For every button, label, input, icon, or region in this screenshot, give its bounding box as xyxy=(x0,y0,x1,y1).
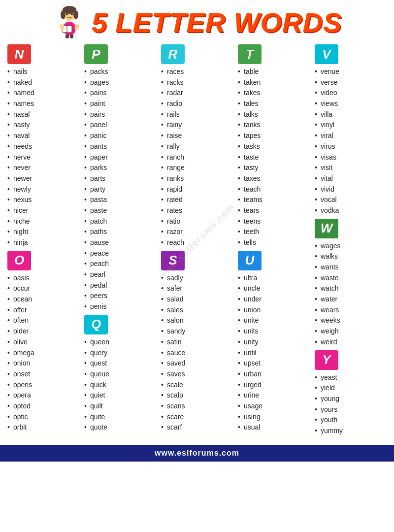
word-item: peace xyxy=(84,248,156,259)
word-item: ranks xyxy=(161,173,233,184)
word-item: quite xyxy=(84,412,156,423)
word-item: night xyxy=(7,227,79,237)
letter-badge-p: P xyxy=(84,44,108,64)
word-list-r: racesracksradarradiorailsrainyraiserally… xyxy=(161,66,233,248)
word-item: teeth xyxy=(238,227,310,237)
word-item: radio xyxy=(161,99,233,109)
word-item: yeast xyxy=(315,372,387,383)
word-item: nails xyxy=(7,66,79,77)
section-t: Ttabletakentakestalestalkstankstapestask… xyxy=(238,44,310,248)
word-item: names xyxy=(7,99,79,109)
word-item: panel xyxy=(84,120,156,131)
word-item: taxes xyxy=(238,173,310,184)
word-list-v: venueversevideoviewsvillavinylviralvirus… xyxy=(315,66,387,216)
word-item: scare xyxy=(161,412,233,423)
word-item: penis xyxy=(84,301,156,312)
word-item: scans xyxy=(161,401,233,412)
word-item: vocal xyxy=(315,195,387,205)
word-item: until xyxy=(238,348,310,359)
word-item: scarf xyxy=(161,422,233,433)
word-item: nicer xyxy=(7,205,79,216)
word-item: sales xyxy=(161,305,233,316)
word-item: using xyxy=(238,412,310,423)
word-item: yours xyxy=(315,404,387,415)
word-item: table xyxy=(238,66,310,77)
section-u: Uultrauncleunderunionuniteunitsunityunti… xyxy=(238,251,310,433)
word-item: quote xyxy=(84,422,156,433)
word-item: often xyxy=(7,315,79,326)
section-o: Ooasisoccuroceanofferoftenolderoliveomeg… xyxy=(7,251,79,433)
word-item: naked xyxy=(7,77,79,88)
word-item: taken xyxy=(238,77,310,88)
word-item: orbit xyxy=(7,422,79,433)
svg-point-6 xyxy=(71,13,73,15)
footer: www.eslforums.com xyxy=(0,445,394,462)
word-item: needs xyxy=(7,141,79,152)
word-item: walks xyxy=(315,251,387,262)
section-v: Vvenueversevideoviewsvillavinylviralviru… xyxy=(315,44,387,216)
word-item: virus xyxy=(315,141,387,152)
word-item: omega xyxy=(7,348,79,359)
word-item: pants xyxy=(84,141,156,152)
section-q: Qqueenqueryquestqueuequickquietquiltquit… xyxy=(84,315,156,433)
word-item: tasty xyxy=(238,163,310,173)
word-item: views xyxy=(315,99,387,109)
word-item: razor xyxy=(161,227,233,237)
word-item: packs xyxy=(84,66,156,77)
word-item: wants xyxy=(315,262,387,273)
word-list-o: oasisoccuroceanofferoftenolderoliveomega… xyxy=(7,273,79,433)
word-item: opera xyxy=(7,390,79,401)
word-item: satin xyxy=(161,337,233,348)
word-item: quest xyxy=(84,358,156,369)
word-item: pearl xyxy=(84,269,156,280)
word-item: races xyxy=(161,66,233,77)
word-item: paint xyxy=(84,99,156,109)
word-item: young xyxy=(315,394,387,404)
word-item: nasal xyxy=(7,109,79,120)
word-item: urban xyxy=(238,369,310,380)
word-item: tasks xyxy=(238,141,310,152)
word-item: reach xyxy=(161,237,233,248)
word-list-y: yeastyieldyoungyoursyouthyummy xyxy=(315,372,387,436)
letter-badge-o: O xyxy=(7,251,31,270)
word-item: occur xyxy=(7,283,79,294)
word-item: waste xyxy=(315,273,387,284)
word-item: sauce xyxy=(161,348,233,359)
word-columns: Nnailsnakednamednamesnasalnastynavalneed… xyxy=(0,42,394,441)
word-item: nexus xyxy=(7,195,79,205)
word-item: verse xyxy=(315,77,387,88)
word-item: villa xyxy=(315,109,387,120)
word-item: saves xyxy=(161,369,233,380)
word-item: ranch xyxy=(161,152,233,163)
word-item: venue xyxy=(315,66,387,77)
letter-badge-y: Y xyxy=(315,350,338,370)
word-item: naval xyxy=(7,131,79,141)
word-item: quilt xyxy=(84,401,156,412)
word-item: peach xyxy=(84,259,156,269)
word-item: scalp xyxy=(161,390,233,401)
word-item: upset xyxy=(238,358,310,369)
word-list-w: wageswalkswantswastewatchwaterwearsweeks… xyxy=(315,241,387,348)
word-item: party xyxy=(84,184,156,195)
word-item: patch xyxy=(84,216,156,227)
word-item: visas xyxy=(315,152,387,163)
section-w: Wwageswalkswantswastewatchwaterwearsweek… xyxy=(315,219,387,348)
word-item: vital xyxy=(315,173,387,184)
word-item: youth xyxy=(315,415,387,426)
word-item: parts xyxy=(84,173,156,184)
word-item: teens xyxy=(238,216,310,227)
letter-badge-u: U xyxy=(238,251,262,270)
section-r: Rracesracksradarradiorailsrainyraiserall… xyxy=(161,44,233,248)
word-item: peers xyxy=(84,291,156,301)
word-list-s: sadlysafersaladsalessalonsandysatinsauce… xyxy=(161,273,233,433)
svg-point-5 xyxy=(66,13,68,15)
page-header: 5 LETTER WORDS xyxy=(0,0,394,42)
letter-badge-t: T xyxy=(238,44,262,64)
svg-rect-12 xyxy=(66,34,69,38)
column-col-p: Ppackspagespainspaintpairspanelpanicpant… xyxy=(82,42,159,438)
word-item: water xyxy=(315,294,387,305)
word-item: weird xyxy=(315,337,387,348)
word-item: quiet xyxy=(84,390,156,401)
letter-badge-s: S xyxy=(161,251,185,270)
word-item: salad xyxy=(161,294,233,305)
